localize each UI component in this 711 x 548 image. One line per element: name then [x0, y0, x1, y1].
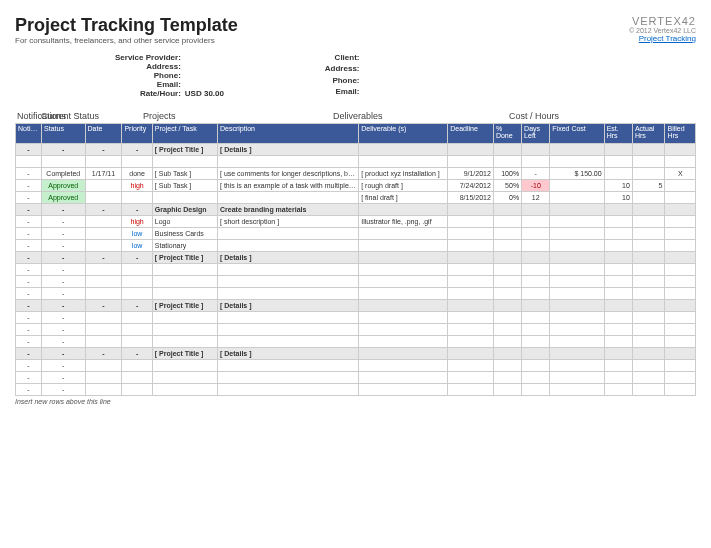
cell[interactable]: 7/24/2012 — [448, 180, 494, 192]
cell[interactable]: - — [42, 372, 85, 384]
cell[interactable]: Graphic Design — [152, 204, 217, 216]
cell[interactable] — [218, 276, 359, 288]
cell[interactable] — [665, 180, 696, 192]
cell[interactable] — [218, 336, 359, 348]
cell[interactable]: - — [16, 276, 42, 288]
cell[interactable] — [665, 252, 696, 264]
cell[interactable]: 0% — [493, 192, 521, 204]
cell[interactable] — [448, 360, 494, 372]
cell[interactable] — [632, 324, 665, 336]
cell[interactable] — [665, 204, 696, 216]
cell[interactable] — [85, 156, 122, 168]
cell[interactable] — [493, 324, 521, 336]
cell[interactable]: 10 — [604, 180, 632, 192]
cell[interactable] — [665, 156, 696, 168]
cell[interactable]: - — [42, 276, 85, 288]
cell[interactable]: - — [16, 372, 42, 384]
cell[interactable] — [85, 288, 122, 300]
cell[interactable] — [493, 264, 521, 276]
cell[interactable] — [359, 144, 448, 156]
table-row[interactable]: -- — [16, 324, 696, 336]
cell[interactable] — [522, 336, 550, 348]
cell[interactable] — [448, 348, 494, 360]
cell[interactable] — [122, 324, 152, 336]
table-row[interactable]: -- — [16, 336, 696, 348]
cell[interactable] — [448, 384, 494, 396]
cell[interactable] — [522, 324, 550, 336]
cell[interactable] — [604, 252, 632, 264]
cell[interactable]: - — [16, 240, 42, 252]
client-input[interactable] — [364, 53, 424, 64]
cell[interactable] — [604, 336, 632, 348]
cell[interactable] — [152, 324, 217, 336]
cell[interactable] — [122, 288, 152, 300]
cell[interactable]: Stationary — [152, 240, 217, 252]
cell[interactable] — [522, 264, 550, 276]
cell[interactable] — [448, 288, 494, 300]
cell[interactable]: Create branding materials — [218, 204, 359, 216]
cell[interactable] — [604, 204, 632, 216]
cell[interactable] — [122, 276, 152, 288]
cell[interactable] — [85, 216, 122, 228]
cell[interactable] — [493, 156, 521, 168]
cell[interactable]: [ rough draft ] — [359, 180, 448, 192]
cell[interactable]: 50% — [493, 180, 521, 192]
table-row[interactable]: -Approvedhigh[ Sub Task ][ this is an ex… — [16, 180, 696, 192]
cell[interactable]: [ Project Title ] — [152, 144, 217, 156]
cell[interactable] — [665, 336, 696, 348]
cell[interactable] — [665, 384, 696, 396]
cell[interactable]: - — [16, 348, 42, 360]
cell[interactable]: - — [42, 324, 85, 336]
cell[interactable]: - — [42, 144, 85, 156]
cell[interactable] — [522, 288, 550, 300]
cell[interactable] — [665, 324, 696, 336]
cell[interactable]: - — [522, 168, 550, 180]
cell[interactable]: - — [16, 336, 42, 348]
cell[interactable] — [152, 192, 217, 204]
cell[interactable] — [152, 336, 217, 348]
table-row[interactable]: ----[ Project Title ][ Details ] — [16, 144, 696, 156]
cell[interactable]: - — [122, 204, 152, 216]
cell[interactable]: done — [122, 168, 152, 180]
cell[interactable] — [122, 360, 152, 372]
table-row[interactable]: ----Graphic DesignCreate branding materi… — [16, 204, 696, 216]
cell[interactable] — [632, 156, 665, 168]
cell[interactable] — [665, 216, 696, 228]
cell[interactable] — [550, 360, 604, 372]
cell[interactable]: [ product xyz installation ] — [359, 168, 448, 180]
cell[interactable] — [359, 336, 448, 348]
cell[interactable]: low — [122, 240, 152, 252]
cell[interactable]: Approved — [42, 192, 85, 204]
cell[interactable] — [550, 348, 604, 360]
cell[interactable] — [85, 180, 122, 192]
table-row[interactable]: -- — [16, 288, 696, 300]
project-tracking-link[interactable]: Project Tracking — [639, 34, 696, 43]
table-row[interactable]: -- — [16, 312, 696, 324]
cell[interactable] — [604, 216, 632, 228]
cell[interactable] — [665, 264, 696, 276]
cell[interactable] — [218, 384, 359, 396]
cell[interactable] — [122, 384, 152, 396]
cell[interactable] — [448, 204, 494, 216]
cell[interactable] — [604, 372, 632, 384]
cell[interactable] — [448, 240, 494, 252]
cell[interactable] — [85, 264, 122, 276]
cell[interactable] — [218, 156, 359, 168]
cell[interactable]: - — [16, 288, 42, 300]
cell[interactable] — [493, 312, 521, 324]
cell[interactable] — [218, 288, 359, 300]
table-row[interactable]: ----[ Project Title ][ Details ] — [16, 348, 696, 360]
cell[interactable] — [632, 264, 665, 276]
cell[interactable] — [665, 240, 696, 252]
cell[interactable] — [550, 336, 604, 348]
cell[interactable] — [493, 240, 521, 252]
cell[interactable]: - — [85, 252, 122, 264]
cell[interactable] — [122, 372, 152, 384]
cell[interactable] — [604, 240, 632, 252]
cell[interactable] — [85, 312, 122, 324]
cell[interactable] — [522, 312, 550, 324]
cell[interactable] — [493, 252, 521, 264]
cell[interactable] — [550, 192, 604, 204]
cell[interactable]: [ short description ] — [218, 216, 359, 228]
cell[interactable]: - — [42, 240, 85, 252]
